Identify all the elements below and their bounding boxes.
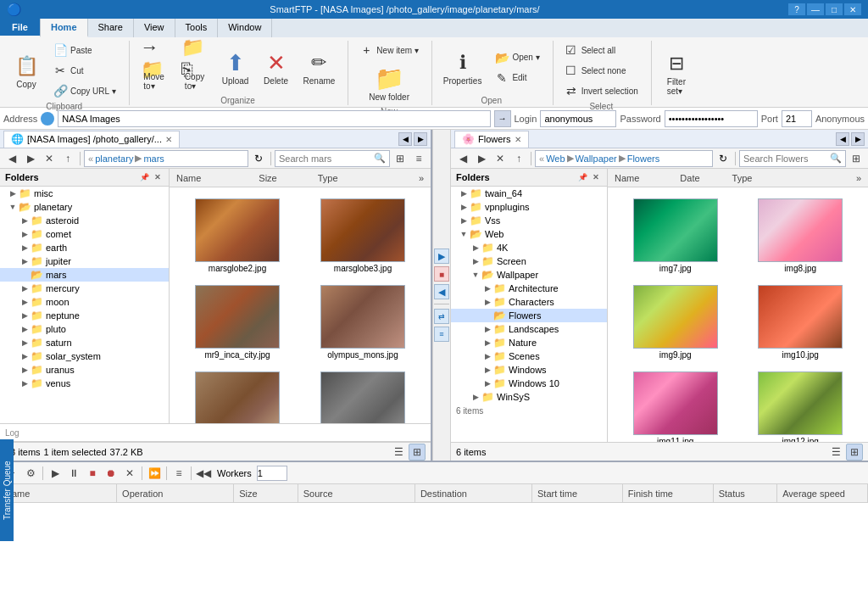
right-close-folders-button[interactable]: ✕ [590,171,602,183]
file-mars5[interactable] [176,367,298,423]
right-nav-next[interactable]: ▶ [851,132,865,146]
tq-stop-button[interactable]: ■ [84,465,101,482]
tq-col-speed[interactable]: Average speed [777,484,868,502]
tq-fast-button[interactable]: ⏩ [146,465,163,482]
tree-web[interactable]: ▼ 📂 Web [451,227,607,241]
right-col-date[interactable]: Date [680,173,699,183]
file-img7[interactable]: img7.jpg [615,194,737,277]
file-img11[interactable]: img11.jpg [615,367,737,442]
tree-item-solar-system[interactable]: ▶ 📁 solar_system [0,349,169,363]
tree-scenes[interactable]: ▶ 📁 Scenes [451,349,607,363]
col-name[interactable]: Name [176,173,201,183]
expand-comet[interactable]: ▶ [19,230,31,238]
cut-button[interactable]: ✂ Cut [47,61,122,80]
tree-item-comet[interactable]: ▶ 📁 comet [0,227,169,241]
select-none-button[interactable]: ☐ Select none [559,61,644,80]
bc-planetary[interactable]: planetary [95,154,133,164]
invert-selection-button[interactable]: ⇄ Invert selection [559,81,644,100]
view-options-button[interactable]: ⊞ [392,150,409,167]
expand-landscapes[interactable]: ▶ [481,325,493,333]
tree-item-pluto[interactable]: ▶ 📁 pluto [0,322,169,336]
tree-twain[interactable]: ▶ 📁 twain_64 [451,187,607,200]
right-refresh-button[interactable]: ↻ [715,150,732,167]
tree-nature[interactable]: ▶ 📁 Nature [451,336,607,349]
move-to-button[interactable]: →📁 Moveto▾ [135,42,174,94]
right-pin-button[interactable]: 📌 [576,171,588,183]
tree-item-uranus[interactable]: ▶ 📁 uranus [0,363,169,377]
tq-pause-button[interactable]: ⏸ [65,465,82,482]
tree-item-saturn[interactable]: ▶ 📁 saturn [0,336,169,349]
expand-mercury[interactable]: ▶ [19,284,31,293]
left-search-input[interactable] [279,154,372,164]
file-img8[interactable]: img8.jpg [740,194,862,277]
expand-chars[interactable]: ▶ [481,298,493,306]
tree-landscapes[interactable]: ▶ 📁 Landscapes [451,322,607,336]
left-tab-close[interactable]: ✕ [165,135,172,144]
tab-home[interactable]: Home [41,19,88,37]
bc-web[interactable]: Web [546,154,565,164]
tq-record-button[interactable]: ⏺ [103,465,120,482]
upload-button[interactable]: ⬆ Upload [216,46,255,89]
expand-nature[interactable]: ▶ [481,338,493,347]
pin-button[interactable]: 📌 [138,171,150,183]
expand-planetary[interactable]: ▼ [7,203,19,211]
right-list-button[interactable]: ☰ [827,444,844,461]
compare-button[interactable]: ≡ [434,327,449,342]
close-folders-button[interactable]: ✕ [152,171,164,183]
col-size[interactable]: Size [259,173,276,183]
tq-play-button[interactable]: ▶ [47,465,64,482]
tree-screen[interactable]: ▶ 📁 Screen [451,254,607,268]
tree-characters[interactable]: ▶ 📁 Characters [451,295,607,309]
tab-tools[interactable]: Tools [175,19,219,37]
tree-architecture[interactable]: ▶ 📁 Architecture [451,282,607,295]
col-type[interactable]: Type [318,173,338,183]
right-col-expand[interactable]: » [856,173,861,183]
navigate-button[interactable]: → [494,110,511,127]
new-item-button[interactable]: + New item ▾ [353,41,424,59]
tq-col-operation[interactable]: Operation [117,484,234,502]
tq-col-finish[interactable]: Finish time [623,484,714,502]
bc-flowers[interactable]: Flowers [627,154,660,164]
right-panel-tab[interactable]: 🌸 Flowers ✕ [454,131,529,148]
tree-windows10[interactable]: ▶ 📁 Windows 10 [451,377,607,390]
server-address-input[interactable] [58,110,490,127]
expand-pluto[interactable]: ▶ [19,325,31,333]
tree-item-venus[interactable]: ▶ 📁 venus [0,377,169,390]
tq-col-start[interactable]: Start time [532,484,623,502]
left-nav-next[interactable]: ▶ [414,132,427,146]
expand-uranus[interactable]: ▶ [19,366,31,374]
expand-solar-system[interactable]: ▶ [19,352,31,360]
tree-item-earth[interactable]: ▶ 📁 earth [0,241,169,254]
expand-venus[interactable]: ▶ [19,379,31,388]
help-button[interactable]: ? [788,3,805,15]
tq-col-source[interactable]: Source [298,484,415,502]
refresh-button[interactable]: ↻ [250,150,267,167]
expand-twain[interactable]: ▶ [458,189,470,198]
tree-item-jupiter[interactable]: ▶ 📁 jupiter [0,254,169,268]
file-marsglobe3[interactable]: marsglobe3.jpg [302,194,424,277]
expand-vpn[interactable]: ▶ [458,203,470,211]
tq-workers-button[interactable]: ◀◀ [195,465,212,482]
transfer-left-button[interactable]: ◀ [434,284,449,299]
tq-col-size[interactable]: Size [234,484,298,502]
right-col-type[interactable]: Type [732,173,753,183]
file-mars6[interactable] [302,367,424,423]
expand-saturn[interactable]: ▶ [19,338,31,347]
up-button[interactable]: ↑ [59,150,76,167]
sync-button[interactable]: ⇄ [434,309,449,324]
filter-button[interactable]: ⊟ Filterset▾ [657,47,696,99]
expand-jupiter[interactable]: ▶ [19,257,31,265]
tree-vpn[interactable]: ▶ 📁 vpnplugins [451,200,607,214]
tree-vss[interactable]: ▶ 📁 Vss [451,214,607,227]
expand-arch[interactable]: ▶ [481,284,493,293]
view-list-button[interactable]: ☰ [390,444,407,461]
right-grid-button[interactable]: ⊞ [846,444,863,461]
sort-button[interactable]: ≡ [410,150,427,167]
tree-windows[interactable]: ▶ 📁 Windows [451,363,607,377]
expand-misc[interactable]: ▶ [7,189,19,198]
stop-button[interactable]: ✕ [41,150,58,167]
tab-view[interactable]: View [134,19,175,37]
back-button[interactable]: ◀ [3,150,20,167]
open-button[interactable]: 📂 Open ▾ [489,48,545,67]
expand-web[interactable]: ▼ [458,230,470,238]
